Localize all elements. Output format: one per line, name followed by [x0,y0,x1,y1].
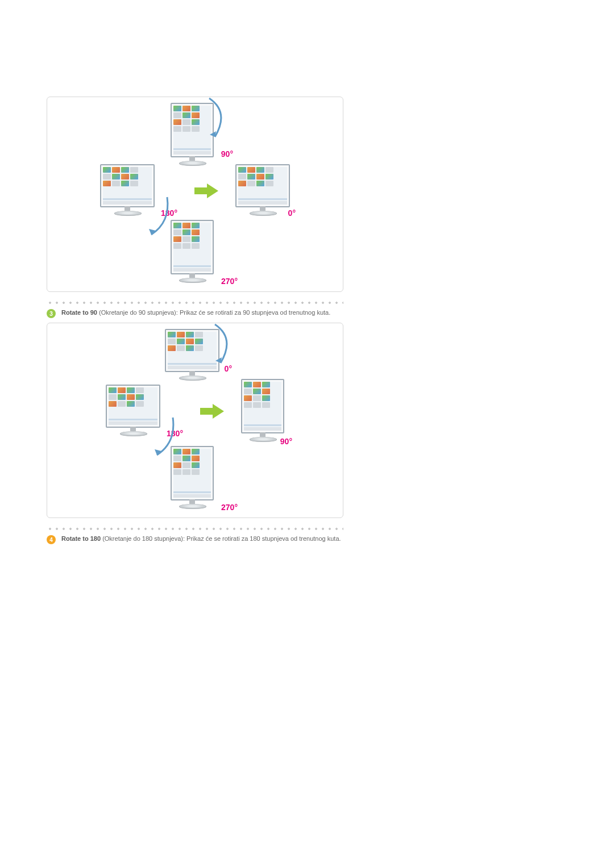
angle-label-90b: 90° [280,437,292,446]
section-4-description: 4 Rotate to 180 (Okretanje do 180 stupnj… [47,535,343,544]
section-4-title: Rotate to 180 [61,535,101,542]
diagram-panel-4: 0° 180° [47,323,343,518]
angle-label-270b: 270° [221,503,238,512]
curve-arrow-icon [146,194,172,239]
monitor-result-0: 0° [235,164,290,216]
diagram-panel-3: 90° 180° [47,97,343,292]
angle-label-270: 270° [221,277,238,286]
section-3-description: 3 Rotate to 90 (Okretanje do 90 stupnjev… [47,308,343,318]
section-3-text: (Okretanje do 90 stupnjeva): Prikaz će s… [97,309,330,316]
divider-dots [47,527,343,531]
angle-label-90: 90° [221,149,233,158]
monitor-270b: 270° [171,446,214,510]
section-4-text: (Okretanje do 180 stupnjeva): Prikaz će … [101,535,341,542]
monitor-result-90: 90° [241,379,284,443]
monitor-0: 0° [165,329,219,381]
result-arrow-icon [200,404,224,418]
angle-label-0: 0° [288,208,296,218]
bullet-4-icon: 4 [47,535,56,544]
section-3-title: Rotate to 90 [61,309,97,316]
monitor-270: 270° [171,220,214,283]
divider-dots [47,301,343,305]
result-arrow-icon [194,183,218,197]
bullet-3-icon: 3 [47,309,56,318]
monitor-180b: 180° [106,385,160,437]
curve-arrow-icon [205,96,231,141]
monitor-180: 180° [100,164,155,216]
curve-arrow-icon [210,322,237,368]
monitor-90: 90° [171,103,214,166]
